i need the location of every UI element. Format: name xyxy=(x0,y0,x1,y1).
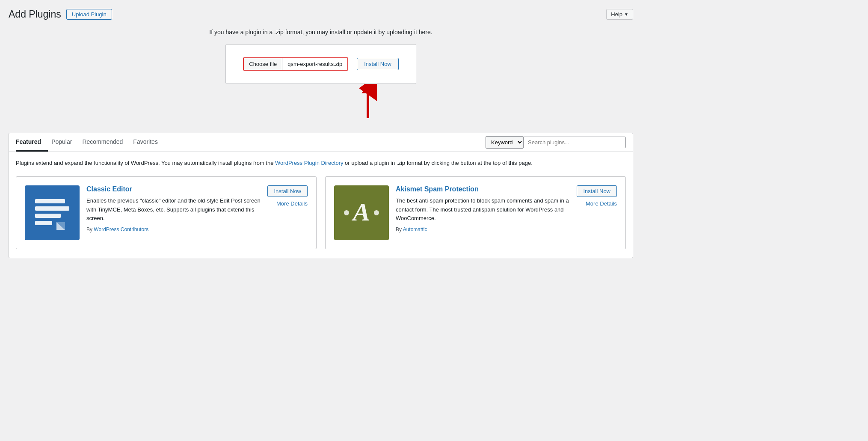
plugin-info-classic-editor: Classic Editor Enables the previous "cla… xyxy=(86,185,261,232)
red-arrow-icon xyxy=(355,84,381,122)
svg-marker-2 xyxy=(361,85,374,93)
install-classic-editor-button[interactable]: Install Now xyxy=(267,185,308,197)
tab-popular[interactable]: Popular xyxy=(51,133,79,152)
install-now-button[interactable]: Install Now xyxy=(357,58,399,70)
plugin-actions-classic-editor: Install Now More Details xyxy=(267,185,308,207)
plugin-desc-classic-editor: Enables the previous "classic" editor an… xyxy=(86,197,261,223)
install-akismet-button[interactable]: Install Now xyxy=(577,185,617,197)
plugin-info-akismet: Akismet Spam Protection The best anti-sp… xyxy=(396,185,570,232)
svg-rect-4 xyxy=(35,206,69,211)
upload-description: If you have a plugin in a .zip format, y… xyxy=(9,29,633,36)
plugin-author-link-classic-editor[interactable]: WordPress Contributors xyxy=(94,226,148,232)
choose-file-button[interactable]: Choose file xyxy=(244,58,282,70)
plugins-description: Plugins extend and expand the functional… xyxy=(9,152,633,168)
plugin-author-link-akismet[interactable]: Automattic xyxy=(403,226,427,232)
svg-rect-3 xyxy=(35,199,65,203)
tab-featured[interactable]: Featured xyxy=(16,133,48,152)
arrow-container xyxy=(9,88,633,122)
search-input[interactable] xyxy=(523,137,626,148)
more-details-akismet-link[interactable]: More Details xyxy=(586,200,617,207)
tab-favorites[interactable]: Favorites xyxy=(133,133,165,152)
svg-point-10 xyxy=(374,210,379,215)
upload-box: Choose file qsm-export-results.zip Insta… xyxy=(225,44,416,84)
upload-section: If you have a plugin in a .zip format, y… xyxy=(9,29,633,122)
plugin-author-akismet: By Automattic xyxy=(396,226,570,232)
tabs-bar: Featured Popular Recommended Favorites K… xyxy=(9,133,633,152)
plugin-actions-akismet: Install Now More Details xyxy=(577,185,617,207)
page-header: Add Plugins Upload Plugin Help ▼ xyxy=(9,9,633,20)
help-button[interactable]: Help ▼ xyxy=(606,9,633,20)
akismet-icon: A xyxy=(334,185,389,240)
plugin-cards: Classic Editor Enables the previous "cla… xyxy=(9,168,633,258)
plugin-author-classic-editor: By WordPress Contributors xyxy=(86,226,261,232)
svg-text:A: A xyxy=(351,198,370,226)
plugin-name-classic-editor: Classic Editor xyxy=(86,185,261,193)
plugin-desc-akismet: The best anti-spam protection to block s… xyxy=(396,197,570,223)
svg-rect-5 xyxy=(35,214,61,218)
plugin-name-akismet: Akismet Spam Protection xyxy=(396,185,570,193)
plugin-card-akismet: A Akismet Spam Protection The best anti-… xyxy=(325,176,626,249)
plugin-directory-link[interactable]: WordPress Plugin Directory xyxy=(275,160,343,166)
search-area: Keyword xyxy=(486,136,626,149)
classic-editor-icon xyxy=(25,185,80,240)
tab-recommended[interactable]: Recommended xyxy=(82,133,130,152)
file-input-wrapper: Choose file qsm-export-results.zip xyxy=(243,57,348,71)
chevron-down-icon: ▼ xyxy=(624,12,628,17)
svg-point-9 xyxy=(344,210,349,215)
more-details-classic-editor-link[interactable]: More Details xyxy=(276,200,308,207)
search-type-select[interactable]: Keyword xyxy=(486,136,523,149)
plugins-section: Featured Popular Recommended Favorites K… xyxy=(9,133,633,258)
file-name-display: qsm-export-results.zip xyxy=(282,58,347,70)
page-title: Add Plugins xyxy=(9,9,61,20)
plugin-card-classic-editor: Classic Editor Enables the previous "cla… xyxy=(16,176,317,249)
svg-rect-6 xyxy=(35,221,52,225)
upload-plugin-button[interactable]: Upload Plugin xyxy=(66,9,112,20)
